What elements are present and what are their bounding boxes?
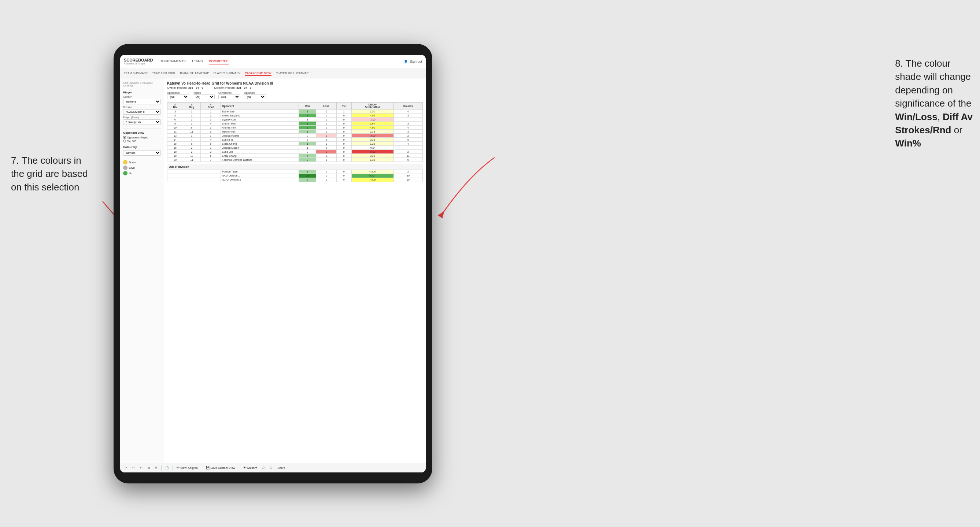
cell-tie: 0 xyxy=(337,117,352,122)
cell-win: 1 xyxy=(299,110,316,114)
table-row: 19 10 6 Emily Chang 4 1 0 0.30 11 xyxy=(167,154,423,158)
grid-title: Katelyn Vo Head-to-Head Grid for Women's… xyxy=(167,81,423,85)
cell-reg: 8 xyxy=(183,142,200,146)
legend-level-label: Level xyxy=(129,167,135,169)
cell-opponent: Esther Lee xyxy=(221,110,299,114)
cell-loss: 2 xyxy=(316,138,337,142)
player-rank-select[interactable]: 8. Katelyn Vo xyxy=(123,119,161,125)
col-loss: Loss xyxy=(316,103,337,110)
cell-rounds: 10 xyxy=(393,178,422,182)
cell-diff: 3.67 xyxy=(352,122,393,125)
gender-label: Gender xyxy=(123,95,161,98)
cell-rounds: 2 xyxy=(393,170,422,174)
nav-teams[interactable]: TEAMS xyxy=(192,59,203,65)
cell-reg: 6 xyxy=(183,125,200,130)
table-row: 15 8 5 Stella Cheng 1 1 0 1.25 4 xyxy=(167,142,423,146)
cell-div: 18 xyxy=(167,150,183,154)
radio-opponents-played[interactable]: Opponents Played xyxy=(123,136,161,139)
watch-button[interactable]: 👁 Watch ▾ xyxy=(242,466,259,470)
cell-opponent: Federica Domecq Lacroze xyxy=(221,158,299,162)
cell-win: 1 xyxy=(299,117,316,122)
cell-loss: 0 xyxy=(316,122,337,125)
cell-conf: 5 xyxy=(201,142,221,146)
subnav-player-summary[interactable]: PLAYER SUMMARY xyxy=(213,71,241,75)
cell-tie: 0 xyxy=(337,170,352,174)
cell-loss: 0 xyxy=(316,178,337,182)
gender-select[interactable]: Women's xyxy=(123,99,161,105)
subnav-player-h2h-grid[interactable]: PLAYER H2H GRID xyxy=(245,70,272,76)
cell-diff: -0.94 xyxy=(352,146,393,150)
cell-loss: 1 xyxy=(316,134,337,138)
right-panel: Katelyn Vo Head-to-Head Grid for Women's… xyxy=(164,78,426,472)
opponents-filter: Opponents: (All) xyxy=(167,92,189,99)
cell-conf: 2 xyxy=(201,150,221,154)
opponents-filter-select[interactable]: (All) xyxy=(167,94,189,99)
cell-tie: 0 xyxy=(337,178,352,182)
legend-down: Down xyxy=(123,160,161,164)
col-div: #Div xyxy=(167,103,183,110)
region-filter-select[interactable]: (All) xyxy=(193,94,215,99)
conference-filter-select[interactable]: (All) xyxy=(218,94,240,99)
subnav-team-summary[interactable]: TEAM SUMMARY xyxy=(124,71,148,75)
nav-committee[interactable]: COMMITTEE xyxy=(209,59,229,65)
cell-tie: 0 xyxy=(337,138,352,142)
player-rank-label: Player (Rank) xyxy=(123,116,161,119)
table-row: Foreign Team 1 0 0 4.500 2 xyxy=(167,170,423,174)
cell-div xyxy=(167,170,221,174)
subnav-player-h2h-heatmap[interactable]: PLAYER H2H HEATMAP xyxy=(276,71,309,75)
cell-win: 1 xyxy=(299,122,316,125)
cell-diff: 1.25 xyxy=(352,142,393,146)
cell-rounds: 4 xyxy=(393,142,422,146)
cell-win: 1 xyxy=(299,114,316,117)
cell-opponent: Eunice Yi xyxy=(221,138,299,142)
legend-up-label: Up xyxy=(129,172,132,175)
save-custom-button[interactable]: 💾 Save Custom View xyxy=(204,466,236,470)
radio-top100[interactable]: Top 100 xyxy=(123,140,161,143)
table-row: 16 2 1 Jessica Mason 1 2 0 -0.94 xyxy=(167,146,423,150)
colour-legend: Down Level Up xyxy=(123,160,161,175)
cell-win: 2 xyxy=(299,158,316,162)
cell-tie: 0 xyxy=(337,150,352,154)
cell-reg: 1 xyxy=(183,122,200,125)
cell-loss: 0 xyxy=(316,114,337,117)
division-label: Division xyxy=(123,106,161,108)
cell-conf: 4 xyxy=(201,138,221,142)
cell-tie: 0 xyxy=(337,134,352,138)
h2h-table: #Div #Reg #Conf Opponent Win Loss Tie Di… xyxy=(167,102,423,182)
cell-diff: 7.400 xyxy=(352,178,393,182)
division-record: Division Record: 331 - 34 - 6 xyxy=(214,86,251,89)
cell-tie: 0 xyxy=(337,122,352,125)
cell-win: 15 xyxy=(299,174,316,178)
save-icon: 💾 xyxy=(206,466,210,470)
legend-level-dot xyxy=(123,165,127,170)
cell-conf: 1 xyxy=(201,110,221,114)
cell-conf: 2 xyxy=(201,114,221,117)
colour-by-title: Colour by xyxy=(123,145,161,149)
cell-rounds xyxy=(393,146,422,150)
annotation-right-text: 8. The colourshade will changedepending … xyxy=(895,58,973,149)
table-row: NAIA Division 1 15 0 0 9.267 30 xyxy=(167,174,423,178)
cell-win: 5 xyxy=(299,178,316,182)
table-row: 6 3 3 Sydney Kuo 1 1 0 -1.00 xyxy=(167,117,423,122)
colour-by-select[interactable]: Win/loss xyxy=(123,150,161,156)
cell-opponent: Andrea York xyxy=(221,125,299,130)
cell-opponent: Jessica Huang xyxy=(221,134,299,138)
app-logo: SCOREBOARD Powered by clippd xyxy=(124,58,153,65)
cell-rounds: 6 xyxy=(393,158,422,162)
cell-diff: -3.00 xyxy=(352,134,393,138)
table-row: 5 2 2 Alexis Sudjianto 1 0 0 4.00 3 xyxy=(167,114,423,117)
sign-out-button[interactable]: Sign out xyxy=(410,59,422,64)
opponent-filter-select[interactable]: (All) xyxy=(244,94,266,99)
table-body: 3 1 1 Esther Lee 1 0 1 1.50 4 5 xyxy=(167,110,423,182)
main-nav: TOURNAMENTS TEAMS COMMITTEE xyxy=(160,59,404,65)
col-diff: Diff AvStrokes/Rnd xyxy=(352,103,393,110)
view-original-button[interactable]: 👁 View: Original xyxy=(175,466,200,470)
share-button[interactable]: Share xyxy=(276,466,286,470)
cell-tie: 0 xyxy=(337,154,352,158)
cell-rounds: 3 xyxy=(393,114,422,117)
nav-tournaments[interactable]: TOURNAMENTS xyxy=(160,59,185,65)
subnav-team-h2h-grid[interactable]: TEAM H2H GRID xyxy=(152,71,175,75)
toolbar-divider-3 xyxy=(202,465,202,471)
subnav-team-h2h-heatmap[interactable]: TEAM H2H HEATMAP xyxy=(180,71,209,75)
division-select[interactable]: NCAA Division III xyxy=(123,109,161,114)
